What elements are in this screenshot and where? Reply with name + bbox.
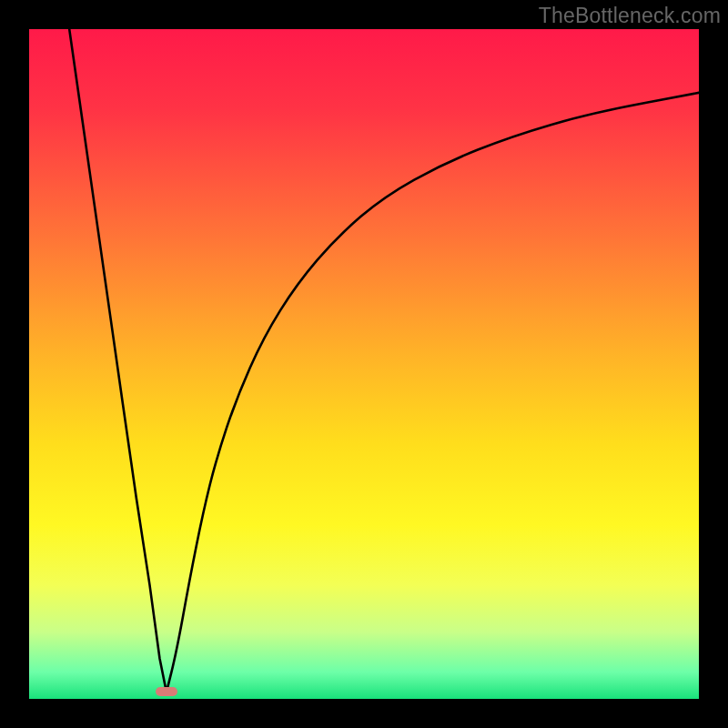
plot-area (29, 29, 699, 699)
bottleneck-curve (29, 29, 699, 699)
optimal-point-marker (156, 687, 177, 696)
chart-frame: TheBottleneck.com (0, 0, 728, 728)
watermark-text: TheBottleneck.com (539, 4, 721, 28)
